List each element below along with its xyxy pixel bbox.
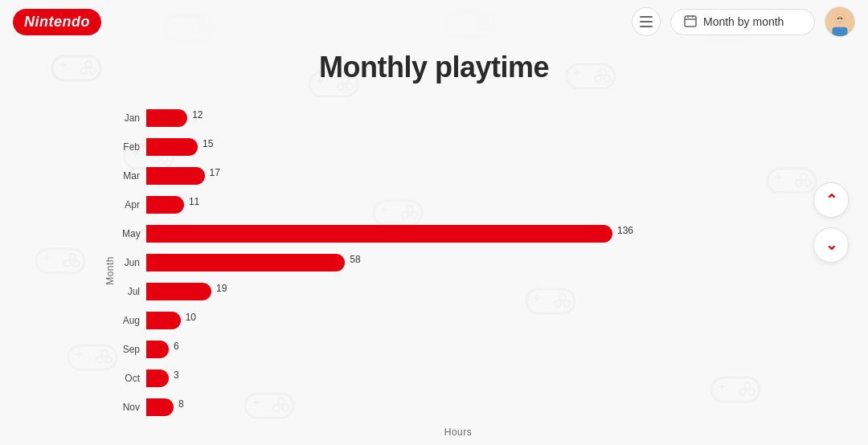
y-axis-label: Month <box>104 256 116 285</box>
bar-track: 11 <box>146 190 764 219</box>
bar-row: Sep6 <box>122 335 764 364</box>
month-label: Nov <box>122 402 146 413</box>
bar-track: 15 <box>146 133 764 161</box>
nav-up-button[interactable]: ⌃ <box>813 182 849 218</box>
bar-row: Jan12 <box>122 104 764 133</box>
bar-value-label: 17 <box>210 167 220 178</box>
avatar[interactable] <box>825 6 855 37</box>
chart-title: Monthly playtime <box>319 51 549 84</box>
bar: 8 <box>146 398 174 416</box>
bar: 136 <box>146 225 612 243</box>
header-right: Month by month <box>632 6 855 37</box>
month-label: Jun <box>122 257 146 268</box>
bar-value-label: 58 <box>350 254 360 265</box>
bar-row: Feb15 <box>122 133 764 161</box>
bar-value-label: 10 <box>186 312 196 323</box>
bars-area: Jan12Feb15Mar17Apr11May136Jun58Jul19Aug1… <box>122 104 764 422</box>
bar-track: 17 <box>146 161 764 190</box>
bar-track: 19 <box>146 277 764 306</box>
month-label: Feb <box>122 141 146 153</box>
chart-area: Month Jan12Feb15Mar17Apr11May136Jun58Jul… <box>104 104 764 438</box>
month-label: Apr <box>122 199 146 210</box>
bar-row: Mar17 <box>122 161 764 190</box>
bar-value-label: 15 <box>203 138 213 149</box>
svg-point-93 <box>837 18 839 19</box>
svg-rect-91 <box>833 27 848 36</box>
month-label: Sep <box>122 344 146 355</box>
bar-row: Aug10 <box>122 306 764 335</box>
bar-row: Jul19 <box>122 277 764 306</box>
view-selector[interactable]: Month by month <box>670 9 815 35</box>
bar-value-label: 6 <box>174 341 179 352</box>
svg-rect-84 <box>685 16 696 27</box>
bar-row: May136 <box>122 219 764 248</box>
bar: 17 <box>146 167 205 185</box>
month-label: Oct <box>122 373 146 384</box>
chart-container: Monthly playtime Month Jan12Feb15Mar17Ap… <box>104 51 764 438</box>
chevron-down-icon: ⌄ <box>825 238 837 252</box>
nintendo-logo: Nintendo <box>13 9 101 35</box>
bar: 3 <box>146 369 169 387</box>
nav-arrows: ⌃ ⌄ <box>813 182 849 263</box>
bar: 19 <box>146 283 211 300</box>
main-content: Monthly playtime Month Jan12Feb15Mar17Ap… <box>0 43 868 445</box>
bar: 11 <box>146 196 184 214</box>
month-label: May <box>122 228 146 239</box>
bar-track: 8 <box>146 393 764 422</box>
bar-value-label: 136 <box>617 225 633 236</box>
bar-value-label: 12 <box>192 109 203 120</box>
bar: 10 <box>146 312 181 329</box>
bar-track: 58 <box>146 248 764 277</box>
bar-row: Jun58 <box>122 248 764 277</box>
view-label: Month by month <box>703 15 784 28</box>
calendar-icon <box>684 14 697 30</box>
month-label: Jan <box>122 112 146 124</box>
nav-down-button[interactable]: ⌄ <box>813 227 849 263</box>
bar-row: Oct3 <box>122 364 764 393</box>
bar-row: Apr11 <box>122 190 764 219</box>
month-label: Mar <box>122 170 146 182</box>
bar: 6 <box>146 341 169 358</box>
menu-button[interactable] <box>632 7 661 36</box>
month-label: Jul <box>122 286 146 297</box>
bar-value-label: 11 <box>189 196 199 207</box>
header: Nintendo Month by month <box>0 0 868 43</box>
bar-track: 3 <box>146 364 764 393</box>
bar-value-label: 8 <box>178 398 184 410</box>
month-label: Aug <box>122 315 146 326</box>
bar-value-label: 19 <box>216 283 227 294</box>
hamburger-icon <box>640 16 653 27</box>
bar-track: 10 <box>146 306 764 335</box>
bar-track: 6 <box>146 335 764 364</box>
bar: 58 <box>146 254 345 271</box>
bar-track: 12 <box>146 104 764 133</box>
chart-body: Jan12Feb15Mar17Apr11May136Jun58Jul19Aug1… <box>122 104 764 438</box>
svg-point-94 <box>841 18 842 19</box>
bar: 15 <box>146 138 198 156</box>
bar-track: 136 <box>146 219 764 248</box>
bar: 12 <box>146 109 187 127</box>
chevron-up-icon: ⌃ <box>825 193 837 207</box>
x-axis-label: Hours <box>122 427 764 438</box>
bar-value-label: 3 <box>174 369 179 381</box>
bar-row: Nov8 <box>122 393 764 422</box>
